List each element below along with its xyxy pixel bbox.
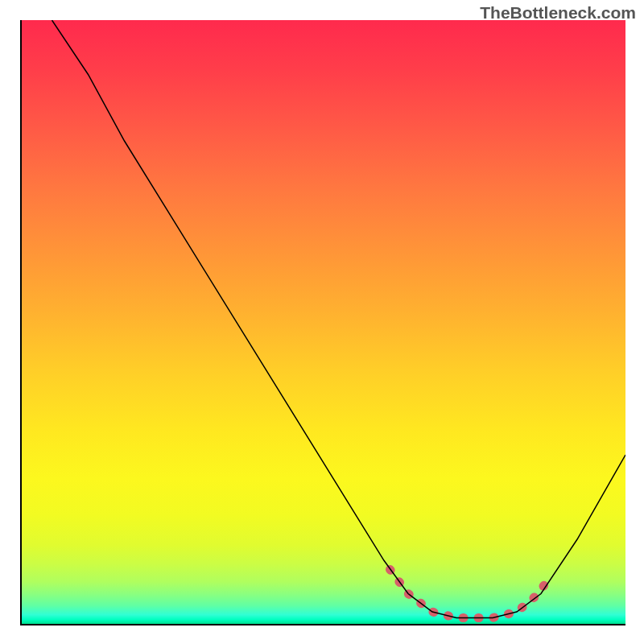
watermark-text: TheBottleneck.com xyxy=(480,3,636,23)
chart-plot-area xyxy=(20,20,625,625)
chart-svg xyxy=(22,20,625,624)
main-curve-line xyxy=(52,20,626,618)
bottom-marker-line xyxy=(390,570,547,618)
